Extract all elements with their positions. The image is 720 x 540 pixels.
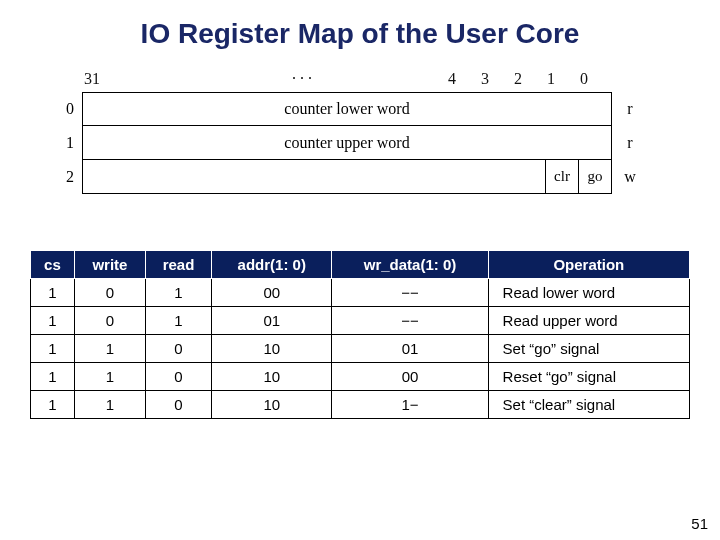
table-row: 1 1 0 10 00 Reset “go” signal	[31, 363, 690, 391]
cell-cs: 1	[31, 363, 75, 391]
th-addr: addr(1: 0)	[212, 251, 332, 279]
bit-label-dots: · · ·	[292, 70, 312, 88]
th-cs: cs	[31, 251, 75, 279]
reg-mode-2: w	[612, 168, 638, 186]
reg-cell-clr: clr	[545, 160, 578, 193]
reg-row-1: counter upper word	[82, 126, 612, 160]
reg-cell-go: go	[578, 160, 611, 193]
table-row: 1 0 1 00 −− Read lower word	[31, 279, 690, 307]
reg-row-0: counter lower word	[82, 92, 612, 126]
reg-mode-0: r	[612, 100, 638, 118]
reg-blank	[83, 160, 545, 193]
th-wrdata: wr_data(1: 0)	[332, 251, 488, 279]
reg-label-lower: counter lower word	[83, 93, 611, 125]
cell-write: 1	[74, 391, 145, 419]
cell-cs: 1	[31, 279, 75, 307]
reg-index-2: 2	[60, 168, 82, 186]
cell-addr: 01	[212, 307, 332, 335]
table-row: 1 1 0 10 1− Set “clear” signal	[31, 391, 690, 419]
cell-read: 0	[145, 391, 211, 419]
cell-write: 0	[74, 307, 145, 335]
cell-addr: 10	[212, 363, 332, 391]
cell-op: Read upper word	[488, 307, 689, 335]
th-op: Operation	[488, 251, 689, 279]
page-number: 51	[691, 515, 708, 532]
bit-label-2: 2	[514, 70, 522, 88]
cell-write: 0	[74, 279, 145, 307]
reg-index-1: 1	[60, 134, 82, 152]
bit-label-0: 0	[580, 70, 588, 88]
table-row: 1 0 1 01 −− Read upper word	[31, 307, 690, 335]
cell-wrdata: −−	[332, 279, 488, 307]
operation-table: cs write read addr(1: 0) wr_data(1: 0) O…	[30, 250, 690, 419]
cell-op: Reset “go” signal	[488, 363, 689, 391]
cell-wrdata: −−	[332, 307, 488, 335]
cell-addr: 10	[212, 335, 332, 363]
cell-op: Read lower word	[488, 279, 689, 307]
cell-cs: 1	[31, 391, 75, 419]
table-row: 1 1 0 10 01 Set “go” signal	[31, 335, 690, 363]
cell-write: 1	[74, 335, 145, 363]
cell-cs: 1	[31, 335, 75, 363]
cell-wrdata: 01	[332, 335, 488, 363]
cell-op: Set “go” signal	[488, 335, 689, 363]
slide-title: IO Register Map of the User Core	[0, 0, 720, 62]
cell-read: 1	[145, 307, 211, 335]
reg-label-upper: counter upper word	[83, 126, 611, 159]
cell-addr: 10	[212, 391, 332, 419]
cell-read: 0	[145, 335, 211, 363]
cell-cs: 1	[31, 307, 75, 335]
cell-wrdata: 00	[332, 363, 488, 391]
th-read: read	[145, 251, 211, 279]
cell-addr: 00	[212, 279, 332, 307]
bit-label-3: 3	[481, 70, 489, 88]
cell-read: 0	[145, 363, 211, 391]
table-header-row: cs write read addr(1: 0) wr_data(1: 0) O…	[31, 251, 690, 279]
cell-wrdata: 1−	[332, 391, 488, 419]
reg-row-2: clr go	[82, 160, 612, 194]
bit-label-1: 1	[547, 70, 555, 88]
bit-label-4: 4	[448, 70, 456, 88]
th-write: write	[74, 251, 145, 279]
cell-op: Set “clear” signal	[488, 391, 689, 419]
reg-index-0: 0	[60, 100, 82, 118]
cell-write: 1	[74, 363, 145, 391]
bit-label-31: 31	[84, 70, 100, 88]
register-diagram: 31 · · · 4 3 2 1 0 0 counter lower word …	[60, 70, 660, 194]
cell-read: 1	[145, 279, 211, 307]
reg-mode-1: r	[612, 134, 638, 152]
